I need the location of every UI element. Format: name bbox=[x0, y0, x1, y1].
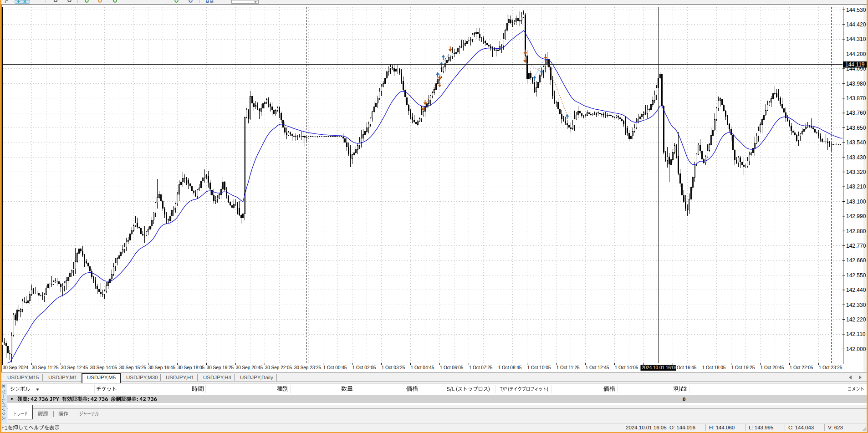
svg-text:1 Oct 04:45: 1 Oct 04:45 bbox=[411, 365, 434, 370]
svg-text:30 Sep 2024: 30 Sep 2024 bbox=[3, 365, 29, 370]
svg-text:H: 144.060: H: 144.060 bbox=[709, 425, 735, 430]
svg-text:2024.10.01 16:05: 2024.10.01 16:05 bbox=[642, 365, 677, 370]
svg-text:142.000: 142.000 bbox=[846, 346, 866, 352]
svg-text:30 Sep 16:45: 30 Sep 16:45 bbox=[148, 365, 176, 370]
svg-text:30 Sep 15:25: 30 Sep 15:25 bbox=[119, 365, 147, 370]
svg-text:142.440: 142.440 bbox=[846, 287, 866, 293]
svg-text:144.530: 144.530 bbox=[846, 7, 866, 13]
svg-text:C: 144.043: C: 144.043 bbox=[788, 425, 814, 430]
svg-text:143.540: 143.540 bbox=[846, 139, 866, 146]
svg-text:144.310: 144.310 bbox=[846, 36, 866, 42]
svg-text:USDJPY,H4: USDJPY,H4 bbox=[203, 375, 231, 380]
svg-text:144.200: 144.200 bbox=[846, 51, 866, 57]
svg-text:30 Sep 23:25: 30 Sep 23:25 bbox=[294, 365, 322, 370]
svg-text:1 Oct 23:25: 1 Oct 23:25 bbox=[819, 365, 842, 370]
svg-text:144.119: 144.119 bbox=[845, 61, 865, 68]
svg-text:143.760: 143.760 bbox=[846, 110, 866, 116]
svg-text:USDJPY,M15: USDJPY,M15 bbox=[7, 375, 39, 380]
svg-text:30 Sep 14:05: 30 Sep 14:05 bbox=[90, 365, 117, 370]
svg-text:O: 144.016: O: 144.016 bbox=[669, 425, 695, 430]
svg-text:1 Oct 02:05: 1 Oct 02:05 bbox=[352, 365, 376, 370]
svg-text:143.980: 143.980 bbox=[846, 81, 866, 87]
svg-text:1 Oct 19:25: 1 Oct 19:25 bbox=[731, 365, 755, 370]
svg-text:L: 143.995: L: 143.995 bbox=[749, 425, 773, 430]
svg-text:1 Oct 12:45: 1 Oct 12:45 bbox=[586, 365, 609, 370]
svg-text:1 Oct 06:05: 1 Oct 06:05 bbox=[440, 365, 464, 370]
svg-text:142.220: 142.220 bbox=[846, 316, 866, 323]
svg-text:143.650: 143.650 bbox=[846, 125, 866, 131]
svg-text:143.320: 143.320 bbox=[846, 169, 866, 175]
svg-text:USDJPY,Daily: USDJPY,Daily bbox=[240, 375, 273, 380]
svg-text:30 Sep 18:05: 30 Sep 18:05 bbox=[178, 365, 205, 370]
svg-text:142.990: 142.990 bbox=[846, 213, 866, 219]
svg-text:USDJPY,H1: USDJPY,H1 bbox=[166, 375, 194, 380]
svg-text:1 Oct 20:45: 1 Oct 20:45 bbox=[761, 365, 784, 370]
svg-text:USDJPY,M30: USDJPY,M30 bbox=[126, 375, 158, 380]
svg-text:1 Oct 08:45: 1 Oct 08:45 bbox=[498, 365, 522, 370]
svg-text:143.100: 143.100 bbox=[846, 199, 866, 205]
svg-text:V: 623: V: 623 bbox=[828, 425, 843, 430]
svg-text:1 Oct 14:05: 1 Oct 14:05 bbox=[615, 365, 638, 370]
svg-text:142.770: 142.770 bbox=[846, 243, 866, 249]
svg-text:143.430: 143.430 bbox=[846, 154, 866, 161]
svg-text:1 Oct 18:05: 1 Oct 18:05 bbox=[702, 365, 726, 370]
svg-text:143.870: 143.870 bbox=[846, 95, 866, 102]
svg-text:30 Sep 11:25: 30 Sep 11:25 bbox=[32, 365, 59, 370]
svg-text:1 Oct 00:45: 1 Oct 00:45 bbox=[323, 365, 347, 370]
svg-text:142.880: 142.880 bbox=[846, 228, 866, 234]
svg-text:1 Oct 10:05: 1 Oct 10:05 bbox=[527, 365, 551, 370]
svg-text:142.110: 142.110 bbox=[846, 331, 866, 337]
svg-text:30 Sep 20:45: 30 Sep 20:45 bbox=[236, 365, 263, 370]
svg-text:143.210: 143.210 bbox=[846, 183, 866, 190]
svg-text:1 Oct 07:25: 1 Oct 07:25 bbox=[469, 365, 493, 370]
svg-text:2024.10.01 16:05: 2024.10.01 16:05 bbox=[626, 425, 667, 430]
svg-text:142.550: 142.550 bbox=[846, 272, 866, 279]
svg-text:30 Sep 22:05: 30 Sep 22:05 bbox=[265, 365, 292, 370]
svg-text:M M: M M bbox=[206, 0, 214, 4]
svg-text:30 Sep 19:25: 30 Sep 19:25 bbox=[207, 365, 234, 370]
svg-text:USDJPY,M1: USDJPY,M1 bbox=[48, 375, 77, 380]
svg-text:142.330: 142.330 bbox=[846, 302, 866, 308]
svg-text:30 Sep 12:45: 30 Sep 12:45 bbox=[61, 365, 88, 370]
svg-text:0: 0 bbox=[683, 397, 685, 402]
svg-text:144.420: 144.420 bbox=[846, 21, 866, 28]
svg-text:1 Oct 11:25: 1 Oct 11:25 bbox=[557, 365, 580, 370]
svg-text:USDJPY,M5: USDJPY,M5 bbox=[87, 375, 116, 380]
svg-text:142.660: 142.660 bbox=[846, 257, 866, 264]
svg-text:1 Oct 22:05: 1 Oct 22:05 bbox=[790, 365, 813, 370]
svg-text:1 Oct 03:25: 1 Oct 03:25 bbox=[382, 365, 405, 370]
